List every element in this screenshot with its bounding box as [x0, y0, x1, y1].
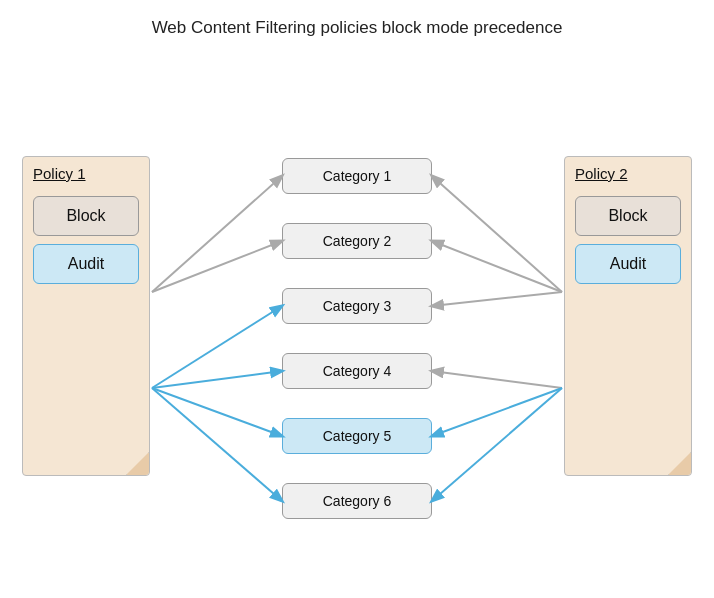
category3-box: Category 3 [282, 288, 432, 324]
page-title: Web Content Filtering policies block mod… [0, 0, 714, 38]
policy1-label: Policy 1 [23, 157, 149, 188]
svg-line-1 [152, 241, 282, 292]
policy1-audit: Audit [33, 244, 139, 284]
policy2-box: Policy 2 Block Audit [564, 156, 692, 476]
category1-box: Category 1 [282, 158, 432, 194]
category5-box: Category 5 [282, 418, 432, 454]
svg-line-5 [152, 371, 282, 388]
policy2-block: Block [575, 196, 681, 236]
category6-box: Category 6 [282, 483, 432, 519]
svg-line-11 [432, 241, 562, 292]
svg-line-10 [432, 176, 562, 292]
svg-line-8 [432, 388, 562, 436]
svg-line-4 [152, 306, 282, 388]
svg-line-2 [432, 292, 562, 306]
policy2-audit: Audit [575, 244, 681, 284]
category4-box: Category 4 [282, 353, 432, 389]
svg-line-6 [152, 388, 282, 436]
svg-line-7 [152, 388, 282, 501]
policy1-block: Block [33, 196, 139, 236]
svg-line-9 [432, 388, 562, 501]
svg-line-0 [152, 176, 282, 292]
category2-box: Category 2 [282, 223, 432, 259]
policy1-box: Policy 1 Block Audit [22, 156, 150, 476]
policy2-label: Policy 2 [565, 157, 691, 188]
svg-line-3 [432, 371, 562, 388]
